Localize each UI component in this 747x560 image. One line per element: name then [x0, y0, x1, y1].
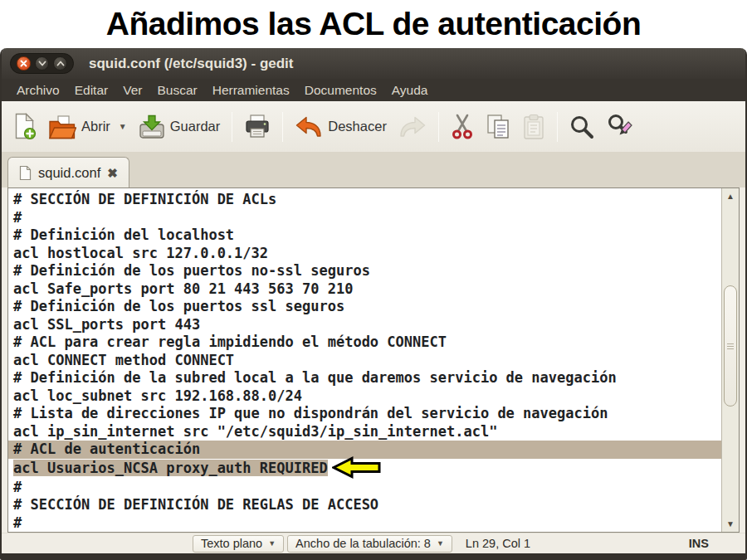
scrollbar-thumb[interactable] — [724, 285, 737, 407]
minimize-window-icon[interactable] — [35, 56, 49, 71]
print-button[interactable] — [238, 110, 276, 143]
menu-herramientas[interactable]: Herramientas — [205, 83, 297, 98]
open-folder-icon — [48, 114, 76, 139]
undo-icon — [295, 114, 323, 139]
copy-button[interactable] — [480, 110, 516, 144]
cut-scissors-icon — [451, 114, 474, 139]
scrollbar-grip — [727, 346, 734, 347]
scroll-up-icon[interactable]: ▲ — [722, 188, 739, 204]
toolbar: Abrir ▼ Guardar — [2, 101, 745, 152]
window-controls — [10, 53, 74, 74]
search-button[interactable] — [564, 111, 600, 143]
undo-button-label: Deshacer — [328, 119, 387, 134]
slide: Añadimos las ACL de autenticación squid.… — [0, 0, 747, 560]
tab-label: squid.conf — [38, 165, 100, 181]
copy-icon — [486, 114, 510, 140]
menu-bar: Archivo Editar Ver Buscar Herramientas D… — [2, 79, 745, 101]
editor-area: # SECCIÓN DE DEFINICIÓN DE ACLs # # Defi… — [2, 187, 745, 533]
editor-line[interactable]: # — [8, 209, 721, 227]
editor-line-highlighted[interactable]: acl Usuarios_NCSA proxy_auth REQUIRED — [8, 459, 721, 479]
editor-line[interactable]: # Definición de los puertos ssl seguros — [8, 298, 721, 316]
maximize-window-icon[interactable] — [53, 56, 67, 71]
save-button[interactable]: Guardar — [133, 110, 227, 144]
menu-editar[interactable]: Editar — [67, 83, 116, 98]
toolbar-separator — [438, 112, 439, 142]
new-document-button[interactable] — [8, 110, 42, 144]
highlighted-text: acl Usuarios_NCSA proxy_auth REQUIRED — [13, 460, 328, 476]
print-icon — [244, 114, 271, 139]
cut-button[interactable] — [445, 110, 480, 143]
undo-button[interactable]: Deshacer — [289, 111, 393, 143]
toolbar-separator — [557, 112, 558, 142]
paste-clipboard-icon — [522, 114, 545, 140]
editor-line[interactable]: # Definición de los puertos no-ssl segur… — [8, 262, 721, 280]
search-replace-button[interactable] — [600, 110, 639, 144]
tab-width-dropdown[interactable]: Ancho de la tabulación: 8 ▼ — [287, 535, 452, 553]
tab-width-label: Ancho de la tabulación: 8 — [295, 537, 431, 550]
editor-line[interactable]: # SECCIÓN DE DEFINICIÓN DE REGLAS DE ACC… — [8, 496, 721, 514]
menu-documentos[interactable]: Documentos — [297, 83, 384, 98]
tab-bar: squid.conf ✖ — [2, 152, 745, 187]
document-icon — [19, 165, 32, 181]
editor-line[interactable]: # ACL para crear regla impidiendo el mét… — [8, 334, 721, 352]
editor-line[interactable]: # — [8, 479, 721, 497]
menu-ayuda[interactable]: Ayuda — [384, 83, 436, 98]
menu-ver[interactable]: Ver — [115, 83, 149, 98]
editor-line[interactable]: acl ip_sin_internet src "/etc/squid3/ip_… — [8, 423, 721, 441]
editor-line[interactable]: # Definición del localhost — [8, 226, 721, 245]
menu-buscar[interactable]: Buscar — [149, 83, 204, 98]
status-bar: Texto plano ▼ Ancho de la tabulación: 8 … — [2, 533, 745, 553]
open-button-label: Abrir — [81, 119, 110, 134]
window-title: squid.conf (/etc/squid3) - gedit — [89, 56, 294, 72]
chevron-down-icon: ▼ — [437, 539, 444, 548]
text-editor[interactable]: # SECCIÓN DE DEFINICIÓN DE ACLs # # Defi… — [8, 188, 721, 532]
tab-close-icon[interactable]: ✖ — [107, 167, 118, 179]
search-icon — [569, 114, 594, 139]
editor-line[interactable]: acl Safe_ports port 80 21 443 563 70 210 — [8, 280, 721, 299]
annotation-left-arrow-icon — [332, 456, 382, 479]
editor-line[interactable]: # SECCIÓN DE DEFINICIÓN DE ACLs — [8, 191, 721, 209]
vertical-scrollbar[interactable]: ▲ ▼ — [721, 188, 739, 532]
redo-button[interactable] — [393, 111, 432, 143]
editor-line[interactable]: acl CONNECT method CONNECT — [8, 352, 721, 370]
toolbar-separator — [282, 112, 283, 142]
editor-line[interactable]: # Definición de la subred local a la que… — [8, 369, 721, 387]
editor-frame: # SECCIÓN DE DEFINICIÓN DE ACLs # # Defi… — [7, 187, 740, 533]
menu-archivo[interactable]: Archivo — [9, 83, 67, 98]
scrollbar-grip — [727, 348, 734, 349]
chevron-down-icon: ▼ — [268, 539, 276, 548]
cursor-position: Ln 29, Col 1 — [466, 537, 530, 550]
open-dropdown-icon[interactable]: ▼ — [119, 122, 127, 131]
close-window-icon[interactable] — [17, 56, 31, 71]
window-titlebar[interactable]: squid.conf (/etc/squid3) - gedit — [2, 48, 745, 79]
editor-line[interactable]: acl SSL_ports port 443 — [8, 316, 721, 334]
editor-line[interactable]: # Lista de direcciones IP que no dispond… — [8, 405, 721, 423]
redo-icon — [398, 114, 427, 139]
input-mode-indicator: INS — [689, 537, 709, 550]
paste-button[interactable] — [516, 110, 551, 144]
scrollbar-grip — [727, 343, 734, 344]
editor-line[interactable]: acl hostlocal src 127.0.0.1/32 — [8, 245, 721, 263]
language-mode-dropdown[interactable]: Texto plano ▼ — [193, 535, 284, 553]
open-button[interactable]: Abrir ▼ — [42, 111, 133, 143]
scrollbar-track[interactable] — [724, 204, 737, 516]
tab-squid-conf[interactable]: squid.conf ✖ — [7, 157, 129, 187]
slide-title: Añadimos las ACL de autenticación — [0, 0, 747, 48]
gedit-window: squid.conf (/etc/squid3) - gedit Archivo… — [0, 48, 747, 560]
toolbar-separator — [232, 112, 232, 142]
save-icon — [139, 114, 165, 140]
editor-line[interactable]: # — [8, 514, 721, 533]
new-document-icon — [14, 113, 37, 140]
save-button-label: Guardar — [170, 119, 221, 134]
search-replace-icon — [606, 114, 633, 140]
language-mode-label: Texto plano — [201, 537, 262, 550]
editor-line[interactable]: acl loc_subnet src 192.168.88.0/24 — [8, 387, 721, 406]
scroll-down-icon[interactable]: ▼ — [722, 516, 739, 532]
